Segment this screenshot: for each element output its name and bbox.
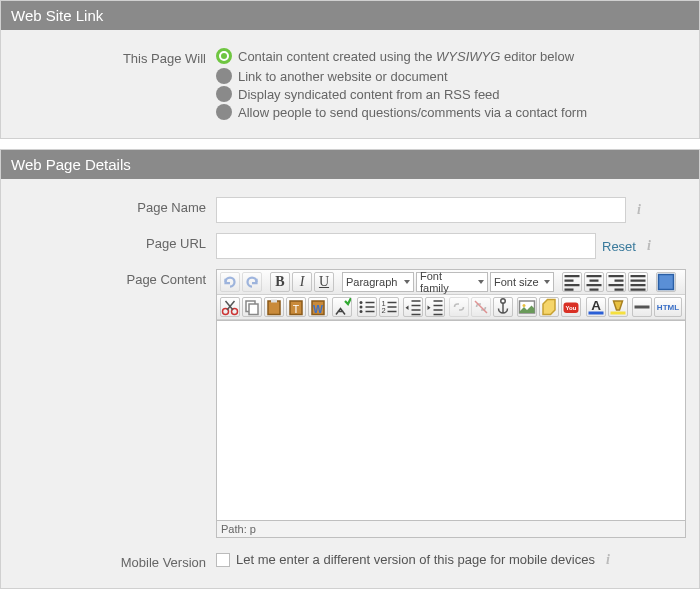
link-button[interactable] — [449, 297, 469, 317]
anchor-icon — [494, 298, 512, 316]
radio-contact-form[interactable] — [216, 104, 232, 120]
redo-button[interactable] — [242, 272, 262, 292]
youtube-icon: You — [562, 298, 580, 316]
image-icon — [518, 298, 536, 316]
link-icon — [450, 298, 468, 316]
editor-toolbar-row-1: B I U Paragraph Font family Font size — [217, 270, 685, 295]
align-left-icon — [563, 273, 581, 291]
copy-icon — [243, 298, 261, 316]
paste-text-button[interactable]: T — [286, 297, 306, 317]
clipboard-text-icon: T — [287, 298, 305, 316]
reset-link[interactable]: Reset — [602, 239, 636, 254]
indent-button[interactable] — [425, 297, 445, 317]
info-icon[interactable]: i — [601, 553, 615, 567]
unlink-icon — [472, 298, 490, 316]
fullscreen-icon — [657, 273, 675, 291]
image-button[interactable] — [517, 297, 537, 317]
copy-button[interactable] — [242, 297, 262, 317]
svg-rect-22 — [588, 312, 603, 315]
align-right-button[interactable] — [606, 272, 626, 292]
svg-text:2: 2 — [381, 306, 385, 315]
file-button[interactable] — [539, 297, 559, 317]
font-family-select[interactable]: Font family — [416, 272, 488, 292]
bold-button[interactable]: B — [270, 272, 290, 292]
svg-text:A: A — [591, 298, 601, 313]
svg-text:You: You — [566, 305, 577, 311]
svg-text:W: W — [313, 303, 323, 315]
numbered-list-button[interactable]: 12 — [379, 297, 399, 317]
unlink-button[interactable] — [471, 297, 491, 317]
cut-button[interactable] — [220, 297, 240, 317]
radio-rss-label: Display syndicated content from an RSS f… — [238, 87, 500, 102]
info-icon[interactable]: i — [642, 239, 656, 253]
undo-button[interactable] — [220, 272, 240, 292]
radio-link-website-label: Link to another website or document — [238, 69, 448, 84]
editor-toolbar-row-2: T W 12 — [217, 295, 685, 320]
web-page-details-header: Web Page Details — [1, 150, 699, 179]
align-left-button[interactable] — [562, 272, 582, 292]
html-button[interactable]: HTML — [654, 297, 682, 317]
file-icon — [540, 298, 558, 316]
fullscreen-button[interactable] — [656, 272, 676, 292]
paste-button[interactable] — [264, 297, 284, 317]
web-site-link-header: Web Site Link — [1, 1, 699, 30]
indent-icon — [426, 298, 444, 316]
hr-button[interactable] — [632, 297, 652, 317]
underline-button[interactable]: U — [314, 272, 334, 292]
svg-rect-24 — [634, 306, 649, 309]
spellcheck-button[interactable] — [332, 297, 352, 317]
anchor-button[interactable] — [493, 297, 513, 317]
svg-rect-0 — [659, 275, 674, 290]
youtube-button[interactable]: You — [561, 297, 581, 317]
editor-content-area[interactable] — [217, 320, 685, 520]
svg-rect-5 — [268, 301, 280, 315]
redo-icon — [243, 273, 261, 291]
this-page-will-label: This Page Will — [11, 48, 216, 66]
bullet-list-icon — [358, 298, 376, 316]
hr-icon — [633, 298, 651, 316]
editor-status-bar: Path: p — [217, 520, 685, 537]
numbered-list-icon: 12 — [380, 298, 398, 316]
align-center-icon — [585, 273, 603, 291]
radio-wysiwyg-label: Contain content created using the WYSIWY… — [238, 49, 574, 64]
align-center-button[interactable] — [584, 272, 604, 292]
page-name-input[interactable] — [216, 197, 626, 223]
bullet-list-button[interactable] — [357, 297, 377, 317]
info-icon[interactable]: i — [632, 203, 646, 217]
paste-word-button[interactable]: W — [308, 297, 328, 317]
radio-rss[interactable] — [216, 86, 232, 102]
page-url-input[interactable] — [216, 233, 596, 259]
mobile-version-label: Mobile Version — [11, 552, 216, 570]
web-page-details-body: Page Name i Page URL Reset i Page Conten… — [1, 179, 699, 588]
svg-point-18 — [523, 304, 526, 307]
svg-rect-6 — [271, 300, 277, 303]
svg-point-13 — [359, 310, 362, 313]
radio-wysiwyg[interactable] — [216, 48, 232, 64]
svg-rect-23 — [610, 312, 625, 315]
format-select[interactable]: Paragraph — [342, 272, 414, 292]
align-justify-icon — [629, 273, 647, 291]
text-color-button[interactable]: A — [586, 297, 606, 317]
web-site-link-body: This Page Will Contain content created u… — [1, 30, 699, 138]
mobile-version-checkbox-label: Let me enter a different version of this… — [236, 552, 595, 567]
bg-color-button[interactable] — [608, 297, 628, 317]
page-url-label: Page URL — [11, 233, 216, 251]
italic-button[interactable]: I — [292, 272, 312, 292]
font-size-select[interactable]: Font size — [490, 272, 554, 292]
page-name-label: Page Name — [11, 197, 216, 215]
web-page-details-panel: Web Page Details Page Name i Page URL Re… — [0, 149, 700, 589]
outdent-button[interactable] — [403, 297, 423, 317]
svg-text:T: T — [293, 303, 300, 315]
radio-contact-form-label: Allow people to send questions/comments … — [238, 105, 587, 120]
svg-rect-4 — [249, 304, 258, 315]
align-right-icon — [607, 273, 625, 291]
scissors-icon — [221, 298, 239, 316]
radio-link-website[interactable] — [216, 68, 232, 84]
align-justify-button[interactable] — [628, 272, 648, 292]
web-site-link-panel: Web Site Link This Page Will Contain con… — [0, 0, 700, 139]
svg-point-11 — [359, 301, 362, 304]
mobile-version-checkbox[interactable] — [216, 553, 230, 567]
page-content-label: Page Content — [11, 269, 216, 287]
spellcheck-icon — [333, 298, 351, 316]
clipboard-icon — [265, 298, 283, 316]
